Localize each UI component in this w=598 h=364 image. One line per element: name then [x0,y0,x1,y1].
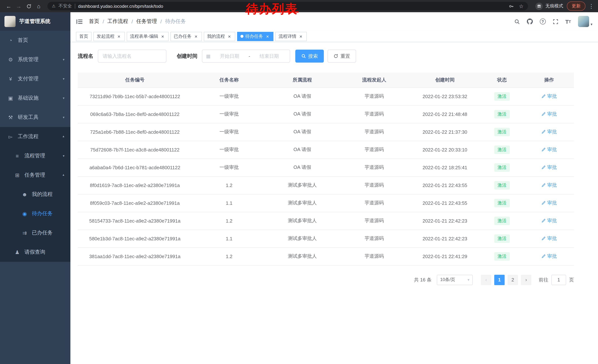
approve-link[interactable]: 审批 [541,235,557,242]
sidebar-item[interactable]: ◉待办任务 [0,204,70,223]
cell-task-name: 一级审批 [192,141,266,159]
tab[interactable]: 首页 [76,32,91,41]
user-avatar[interactable]: ▾ [578,16,592,27]
approve-link[interactable]: 审批 [541,93,557,100]
cell-starter: 芋道源码 [338,212,410,230]
browser-chrome: ← → ⌂ ⚠ 不安全 dashboard.yudao.iocoder.cn/b… [0,0,598,12]
goto-page-input[interactable] [551,275,566,285]
cell-process: 测试多审批人 [266,212,338,230]
cell-action: 审批 [524,123,574,141]
tab[interactable]: 流程详情× [275,32,307,41]
edit-icon [541,94,546,98]
tab-close-icon[interactable]: × [265,34,270,39]
sidebar-item[interactable]: ▣基础设施▾ [0,89,70,108]
cell-task-name: 1.2 [192,212,266,230]
sidebar-item[interactable]: ¥支付管理▾ [0,69,70,89]
sidebar-item[interactable]: ♟请假查询 [0,243,70,262]
cell-process: 测试多审批人 [266,194,338,212]
approve-link[interactable]: 审批 [541,217,557,224]
tab-close-icon[interactable]: × [227,34,232,39]
sidebar-item[interactable]: ◔首页 [0,31,70,50]
help-icon[interactable]: ? [540,18,546,24]
breadcrumb-item[interactable]: 工作流程 [108,18,128,25]
cell-task-name: 1.2 [192,176,266,194]
cell-process: OA 请假 [266,141,338,159]
page-size-select[interactable]: 10条/页 ▾ [437,275,473,285]
col-process: 所属流程 [266,73,338,87]
process-name-input[interactable] [98,50,166,63]
eye-icon: ◉ [22,211,28,217]
approve-link[interactable]: 审批 [541,182,557,188]
chevron-up-icon: ▾ [63,173,65,177]
approve-link-label: 审批 [547,235,557,242]
date-range-picker[interactable]: ▦ 开始日期 - 结束日期 [202,50,290,63]
cell-action: 审批 [524,87,574,105]
tab-close-icon[interactable]: × [116,34,122,39]
tabs-bar: 首页发起流程×流程表单-编辑×已办任务×我的流程×待办任务×流程详情× [70,31,598,42]
tab[interactable]: 流程表单-编辑× [127,32,169,41]
tab-close-icon[interactable]: × [193,34,199,39]
tab-close-icon[interactable]: × [298,34,303,39]
sidebar-item[interactable]: ⚙系统管理▾ [0,50,70,69]
sidebar-item[interactable]: ≡流程管理▾ [0,146,70,166]
github-icon[interactable] [527,18,533,24]
dashboard-icon: ◔ [8,37,14,43]
sidebar-item[interactable]: ⊞任务管理▾ [0,166,70,185]
next-page-button[interactable]: › [521,275,531,285]
tab[interactable]: 发起流程× [93,32,125,41]
update-button[interactable]: 更新 [567,1,585,11]
approve-link[interactable]: 审批 [541,129,557,135]
caret-down-icon: ▾ [468,278,469,282]
sidebar-item[interactable]: ▻工作流程▾ [0,127,70,146]
breadcrumb-item[interactable]: 任务管理 [136,18,157,25]
tab[interactable]: 我的流程× [204,32,235,41]
cell-task-name: 一级审批 [192,159,266,176]
range-separator: - [249,53,250,59]
browser-home-icon[interactable]: ⌂ [34,3,44,9]
tab[interactable]: 待办任务× [237,32,274,41]
table-row: 725a1eb6-7b88-11ec-8ef0-acde48001122一级审批… [78,123,574,141]
sidebar-item[interactable]: ☻我的流程 [0,185,70,204]
fullscreen-icon[interactable] [553,19,558,24]
prev-page-button[interactable]: ‹ [481,275,491,285]
breadcrumb-item[interactable]: 首页 [89,18,99,25]
approve-link-label: 审批 [547,129,557,135]
page-button[interactable]: 1 [494,275,505,285]
approve-link[interactable]: 审批 [541,200,557,206]
sidebar-item-label: 待办任务 [32,210,53,217]
chevron-up-icon: ▾ [63,135,65,138]
page-button[interactable]: 2 [507,275,518,285]
password-key-icon[interactable] [509,4,514,9]
back-icon[interactable]: ← [4,3,14,9]
tab-close-icon[interactable]: × [160,34,165,39]
reset-button[interactable]: 重置 [328,50,356,63]
browser-menu-icon[interactable]: ⋮ [588,3,594,9]
cell-created-time: 2022-01-22 21:37:30 [410,123,480,141]
sidebar-item[interactable]: ⚒研发工具▾ [0,108,70,127]
cell-created-time: 2022-01-21 22:42:23 [410,212,480,230]
table-row: 58154733-7ac8-11ec-a9e2-a2380e71991a1.2测… [78,212,574,230]
reload-icon[interactable] [24,4,34,9]
hamburger-icon[interactable] [76,18,83,25]
sidebar-item-label: 我的流程 [32,191,53,198]
approve-link[interactable]: 审批 [541,253,557,259]
cell-task-name: 1.2 [192,247,266,265]
search-icon[interactable] [514,19,520,24]
cell-process: OA 请假 [266,87,338,105]
approve-link-label: 审批 [547,93,557,100]
search-button[interactable]: 搜索 [295,50,324,63]
tab[interactable]: 已办任务× [170,32,202,41]
cell-status: 激活 [480,176,524,194]
forward-icon[interactable]: → [14,3,24,9]
edit-icon [541,129,546,134]
approve-link[interactable]: 审批 [541,164,557,171]
bookmark-star-icon[interactable]: ☆ [519,3,523,9]
font-size-icon[interactable]: TT [565,18,571,25]
edit-icon [541,165,546,170]
approve-link[interactable]: 审批 [541,111,557,117]
approve-link[interactable]: 审批 [541,146,557,153]
refresh-icon [333,54,338,58]
sidebar-item-label: 支付管理 [18,75,39,82]
cell-task-id: 381aa1dd-7ac8-11ec-a9e2-a2380e71991a [78,247,192,265]
sidebar-item[interactable]: ⇉已办任务 [0,223,70,243]
